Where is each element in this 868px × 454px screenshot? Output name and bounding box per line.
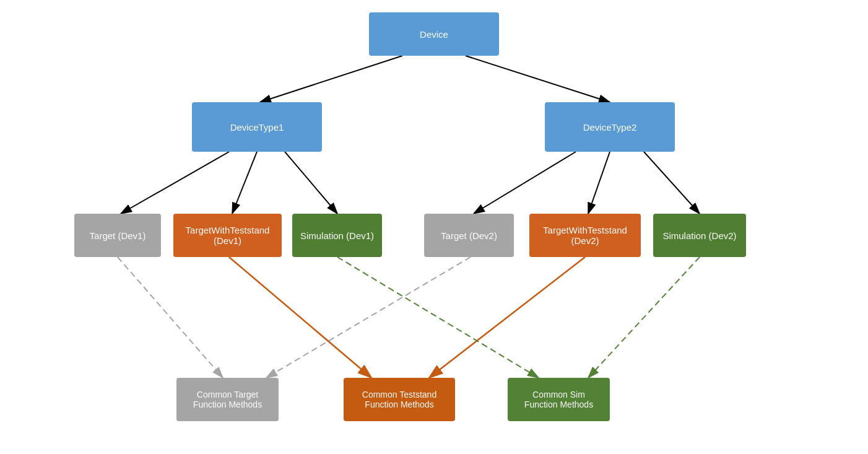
device-node: Device xyxy=(369,12,499,56)
svg-line-8 xyxy=(285,152,337,214)
svg-line-6 xyxy=(121,152,229,214)
svg-line-12 xyxy=(118,257,223,378)
svg-line-9 xyxy=(474,152,576,214)
sim-dev2-node: Simulation (Dev2) xyxy=(653,214,746,257)
devicetype1-node: DeviceType1 xyxy=(192,102,322,152)
svg-line-11 xyxy=(644,152,700,214)
svg-line-15 xyxy=(429,257,585,378)
sim-dev1-node: Simulation (Dev1) xyxy=(292,214,382,257)
svg-line-14 xyxy=(229,257,371,378)
target-dev2-node: Target (Dev2) xyxy=(424,214,514,257)
svg-line-17 xyxy=(588,257,700,378)
diagram-container: Device DeviceType1 DeviceType2 Target (D… xyxy=(0,0,868,454)
targetwt-dev1-node: TargetWithTeststand (Dev1) xyxy=(173,214,282,257)
common-teststand-node: Common Teststand Function Methods xyxy=(344,378,455,421)
target-dev1-node: Target (Dev1) xyxy=(74,214,161,257)
svg-line-13 xyxy=(266,257,471,378)
svg-line-7 xyxy=(232,152,257,214)
targetwt-dev2-node: TargetWithTeststand (Dev2) xyxy=(529,214,641,257)
svg-line-4 xyxy=(260,56,402,102)
common-target-node: Common Target Function Methods xyxy=(176,378,279,421)
svg-line-10 xyxy=(588,152,610,214)
svg-line-5 xyxy=(466,56,610,102)
svg-line-16 xyxy=(337,257,539,378)
common-sim-node: Common Sim Function Methods xyxy=(508,378,610,421)
devicetype2-node: DeviceType2 xyxy=(545,102,675,152)
